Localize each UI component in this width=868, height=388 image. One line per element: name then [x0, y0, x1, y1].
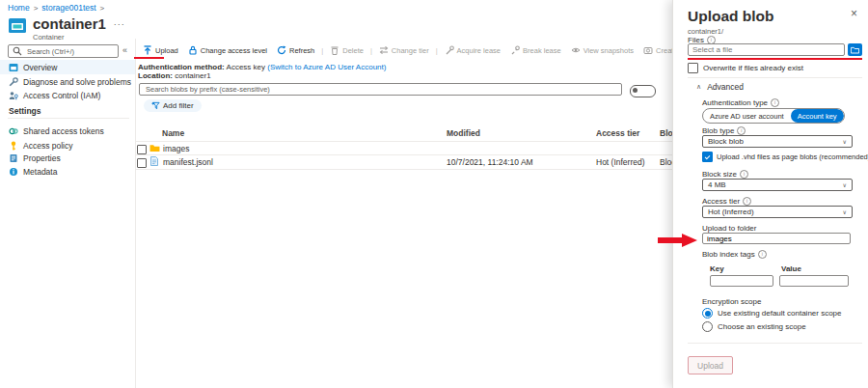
info-icon[interactable]: i — [740, 170, 748, 179]
column-header-access-tier[interactable]: Access tier — [596, 128, 639, 138]
page-subtitle: Container — [33, 33, 125, 42]
breadcrumb: Home > storage001test > — [8, 3, 104, 13]
upload-button[interactable]: Upload — [138, 45, 183, 55]
page-header: container1 ··· Container — [8, 16, 125, 42]
sidebar-search-input[interactable] — [25, 46, 114, 57]
info-icon[interactable]: i — [758, 250, 767, 259]
chevron-down-icon: ∨ — [843, 138, 847, 145]
sidebar-item-diagnose[interactable]: Diagnose and solve problems — [0, 74, 135, 89]
info-icon[interactable]: i — [737, 126, 746, 135]
toolbar-label: Delete — [342, 46, 364, 55]
info-icon[interactable]: i — [771, 98, 779, 107]
vhd-checkbox[interactable] — [702, 152, 713, 162]
chevron-down-icon: ∨ — [843, 208, 847, 215]
tags-key-header: Key — [710, 264, 724, 273]
radio-label: Use existing default container scope — [718, 309, 842, 318]
file-select-input[interactable] — [688, 43, 845, 56]
radio-unselected[interactable] — [702, 321, 713, 332]
sidebar-item-label: Overview — [23, 63, 57, 72]
block-size-select[interactable]: 4 MB ∨ — [702, 179, 853, 191]
camera-icon — [643, 45, 653, 55]
block-size-value: 4 MB — [708, 180, 726, 189]
vhd-row[interactable]: Upload .vhd files as page blobs (recomme… — [702, 152, 868, 162]
search-icon — [13, 46, 22, 56]
auth-option-azure-ad[interactable]: Azure AD user account — [703, 109, 791, 123]
collapse-menu-button[interactable]: « — [122, 45, 127, 55]
sidebar-item-access-control[interactable]: Access Control (IAM) — [0, 88, 135, 102]
table-row-divider — [136, 169, 675, 170]
add-filter-label: Add filter — [163, 101, 194, 110]
switch-auth-link[interactable]: (Switch to Azure AD User Account) — [267, 63, 386, 71]
properties-icon — [9, 153, 18, 163]
blob-type-select[interactable]: Block blob ∨ — [702, 135, 853, 148]
browse-files-button[interactable] — [848, 43, 862, 56]
radio-selected[interactable] — [702, 308, 713, 319]
upload-icon — [143, 45, 152, 55]
folder-icon — [149, 144, 160, 152]
breadcrumb-home[interactable]: Home — [8, 3, 30, 13]
row-checkbox[interactable] — [137, 158, 147, 168]
table-header-divider — [136, 141, 675, 142]
breadcrumb-separator: > — [100, 4, 105, 13]
info-icon[interactable]: i — [743, 197, 751, 206]
acquire-lease-icon — [445, 45, 454, 55]
upload-to-folder-label: Upload to folder — [702, 224, 756, 233]
encryption-option-default[interactable]: Use existing default container scope — [702, 308, 842, 319]
blob-name[interactable]: manifest.jsonl — [163, 157, 213, 167]
sidebar-item-overview[interactable]: Overview — [0, 60, 135, 74]
more-options-icon[interactable]: ··· — [114, 19, 125, 29]
row-checkbox[interactable] — [137, 145, 147, 154]
panel-title: Upload blob — [688, 8, 774, 25]
breadcrumb-storage-account[interactable]: storage001test — [41, 3, 95, 13]
annotation-underline-upload — [134, 57, 164, 59]
delete-button[interactable]: Delete — [325, 45, 368, 55]
blob-modified: 10/7/2021, 11:24:10 AM — [447, 157, 533, 167]
close-icon[interactable]: × — [851, 9, 857, 18]
panel-divider — [688, 77, 862, 78]
page-title: container1 — [33, 16, 106, 31]
add-filter-button[interactable]: Add filter — [144, 99, 202, 112]
sidebar-section-settings: Settings — [9, 106, 41, 116]
trash-icon — [330, 45, 339, 55]
toolbar-label: Change access level — [201, 46, 267, 55]
tag-key-input[interactable] — [710, 275, 773, 287]
change-tier-button[interactable]: Change tier — [374, 45, 434, 55]
refresh-button[interactable]: Refresh — [272, 45, 319, 55]
sidebar-item-metadata[interactable]: Metadata — [0, 164, 135, 179]
encryption-option-existing[interactable]: Choose an existing scope — [702, 321, 806, 332]
overwrite-checkbox[interactable] — [688, 63, 698, 73]
change-access-level-button[interactable]: Change access level — [183, 45, 272, 55]
acquire-lease-button[interactable]: Acquire lease — [440, 45, 505, 55]
advanced-section-toggle[interactable]: ∧ Advanced — [696, 82, 744, 92]
blob-type-value: Block blob — [708, 137, 744, 146]
overwrite-row[interactable]: Overwrite if files already exist — [688, 63, 803, 73]
sidebar-item-label: Diagnose and solve problems — [23, 77, 131, 87]
tag-value-input[interactable] — [779, 275, 849, 287]
blob-search-box[interactable] — [139, 83, 622, 96]
blob-search-input[interactable] — [144, 84, 617, 95]
auth-option-account-key[interactable]: Account key — [791, 109, 844, 123]
column-header-modified[interactable]: Modified — [447, 128, 480, 138]
blob-name[interactable]: images — [163, 144, 189, 153]
advanced-label: Advanced — [707, 82, 744, 92]
toolbar-label: View snapshots — [583, 46, 634, 55]
upload-to-folder-input[interactable] — [702, 233, 851, 244]
panel-divider — [688, 343, 862, 344]
people-key-icon — [9, 91, 18, 100]
view-snapshots-button[interactable]: View snapshots — [566, 45, 638, 55]
blob-index-tags-label-row: Blob index tags i — [702, 250, 767, 259]
upload-blob-panel: Upload blob × container1/ Files i Overwr… — [672, 0, 868, 388]
sidebar-item-properties[interactable]: Properties — [0, 151, 135, 165]
sidebar-item-shared-access-tokens[interactable]: Shared access tokens — [0, 124, 135, 138]
toolbar-label: Acquire lease — [457, 46, 501, 55]
sidebar-item-label: Properties — [23, 153, 61, 163]
sidebar-item-label: Metadata — [23, 167, 57, 177]
panel-upload-button[interactable]: Upload — [688, 356, 733, 374]
access-tier-select[interactable]: Hot (Inferred) ∨ — [702, 206, 853, 218]
break-lease-button[interactable]: Break lease — [505, 45, 566, 55]
filter-toggle[interactable] — [630, 85, 656, 97]
sidebar-search[interactable] — [8, 44, 119, 58]
toolbar-label: Break lease — [523, 46, 561, 55]
breadcrumb-separator: > — [34, 4, 39, 13]
column-header-name[interactable]: Name — [162, 128, 184, 138]
